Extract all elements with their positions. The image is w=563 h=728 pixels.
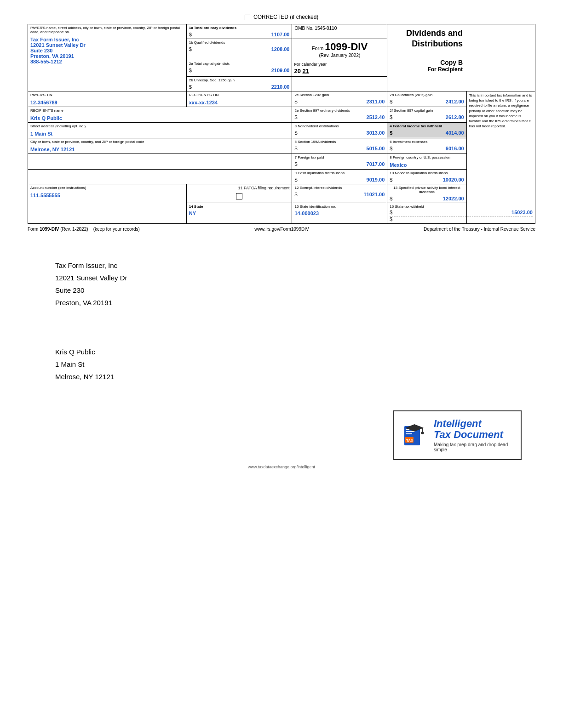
box13-value: 12022.00: [443, 196, 464, 201]
box15-value: 14-000023: [294, 210, 385, 216]
box8-value: Mexico: [390, 162, 464, 168]
payer-mail-line4: Preston, VA 20191: [55, 296, 535, 309]
box14-label: 14 State: [189, 205, 290, 209]
city-value: Melrose, NY 12121: [30, 147, 289, 152]
form-rev: (Rev. January 2022): [294, 53, 385, 58]
website-footer: www.taxdataexchange.org/intelligent: [28, 465, 535, 469]
box2c-value: 2311.00: [367, 99, 385, 104]
box14-value: NY: [189, 210, 290, 216]
footer-rev: (Rev. 1-2022): [60, 227, 88, 232]
recipient-tin: xxx-xx-1234: [189, 100, 290, 105]
street-label: Street address (including apt. no.): [30, 124, 289, 128]
box2c-label: 2c Section 1202 gain: [294, 93, 385, 97]
box4-label: 4 Federal income tax withheld: [390, 124, 464, 128]
footer-website: www.irs.gov/Form1099DIV: [254, 227, 309, 232]
recipient-mail-line3: Melrose, NY 12121: [55, 370, 535, 383]
logo-icon: TAX: [401, 421, 428, 449]
recipient-tin-label: RECIPIENT'S TIN: [189, 93, 290, 97]
fatca-checkbox: [236, 193, 242, 199]
payer-phone: 888-555-1212: [30, 59, 184, 64]
payer-address-mailing: Tax Form Issuer, Inc 12021 Sunset Valley…: [55, 259, 535, 309]
copy-b: Copy B: [391, 59, 463, 66]
box2b-label: 2b Unrecap. Sec. 1250 gain: [189, 78, 290, 82]
box5-value: 5015.00: [367, 146, 385, 151]
recipient-mail-line1: Kris Q Public: [55, 346, 535, 358]
box8-label: 8 Foreign country or U.S. possession: [390, 155, 464, 159]
account-label: Account number (see instructions): [30, 186, 184, 190]
payer-address3: Preston, VA 20191: [30, 53, 184, 59]
recipient-address-mailing: Kris Q Public 1 Main St Melrose, NY 1212…: [55, 346, 535, 383]
form-footer: Form 1099-DIV (Rev. 1-2022) (keep for yo…: [28, 227, 535, 232]
box1b-value: 1208.00: [271, 46, 290, 52]
box2e-value: 2512.40: [367, 114, 385, 120]
footer-keep: (keep for your records): [93, 227, 140, 232]
logo-subtitle: Making tax prep drag and drop dead simpl…: [434, 442, 514, 452]
box9-label: 9 Cash liquidation distributions: [294, 171, 385, 175]
box12-label: 12 Exempt-interest dividends: [294, 186, 385, 190]
box7-label: 7 Foreign tax paid: [294, 155, 385, 159]
box10-value: 10020.00: [443, 177, 464, 182]
box2a-label: 2a Total capital gain distr.: [189, 62, 290, 66]
box11-label: 11 FATCA filing requirement: [189, 186, 290, 191]
box6-value: 6016.00: [446, 146, 464, 151]
box12-value: 11021.00: [363, 192, 385, 197]
box2d-value: 2412.00: [446, 99, 464, 104]
svg-rect-3: [406, 433, 412, 434]
payer-address2: Suite 230: [30, 48, 184, 53]
box4-value: 4014.00: [446, 130, 464, 136]
box3-value: 3013.00: [367, 130, 385, 136]
footer-form-number: 1099-DIV: [40, 227, 59, 232]
box6-label: 6 Investment expenses: [390, 140, 464, 144]
corrected-header: CORRECTED (if checked): [28, 14, 535, 20]
box2d-label: 2d Collectibles (28%) gain: [390, 93, 464, 97]
dividends-title: Dividends and Distributions: [391, 28, 463, 50]
logo-text-block: Intelligent Tax Document Making tax prep…: [434, 418, 514, 452]
box3-label: 3 Nondividend distributions: [294, 124, 385, 128]
box10-label: 10 Noncash liquidation distributions: [390, 171, 464, 175]
footer-form-info: Form 1099-DIV (Rev. 1-2022) (keep for yo…: [28, 227, 140, 232]
box7-value: 7017.00: [367, 161, 385, 167]
street-address: 1 Main St: [30, 131, 289, 136]
box1a-label: 1a Total ordinary dividends: [189, 26, 290, 30]
box16-value: 15023.00: [511, 210, 533, 215]
omb-no: OMB No. 1545-0110: [294, 26, 337, 31]
payer-tin: 12-3456789: [30, 100, 184, 105]
payer-tin-label: PAYER'S TIN: [30, 93, 184, 97]
payer-mail-line2: 12021 Sunset Valley Dr: [55, 272, 535, 284]
svg-text:TAX: TAX: [406, 438, 414, 443]
corrected-label: CORRECTED (if checked): [253, 14, 318, 20]
for-recipient: For Recipient: [391, 66, 463, 73]
calendar-year-label: For calendar year: [294, 62, 385, 67]
logo-title: Intelligent Tax Document: [434, 418, 514, 440]
form-name-label: Form 1099-DIV: [294, 41, 385, 53]
box16-label: 16 State tax withheld: [390, 205, 533, 209]
footer-dept: Department of the Treasury - Internal Re…: [424, 227, 535, 232]
svg-point-8: [421, 432, 424, 434]
form-1099-div: PAYER'S name, street address, city or to…: [28, 24, 535, 224]
logo-box: TAX Intelligent Tax Document Making tax …: [393, 410, 522, 460]
logo-section: TAX Intelligent Tax Document Making tax …: [28, 410, 522, 460]
payer-mail-line1: Tax Form Issuer, Inc: [55, 259, 535, 272]
payer-mail-line3: Suite 230: [55, 284, 535, 296]
recipient-name-label: RECIPIENT'S name: [30, 108, 289, 113]
box2f-label: 2f Section 897 capital gain: [390, 108, 464, 113]
box13-label: 13 Specified private activity bond inter…: [390, 186, 464, 194]
box1b-label: 1b Qualified dividends: [189, 40, 290, 45]
box2b-value: 2210.00: [271, 84, 290, 90]
city-label: City or town, state or province, country…: [30, 140, 289, 144]
box1a-value: 1107.00: [271, 32, 290, 37]
svg-rect-2: [406, 431, 415, 432]
form-number-large: 1099-DIV: [325, 41, 368, 52]
page: CORRECTED (if checked) PAYER'S name, str…: [0, 0, 563, 483]
corrected-checkbox: [245, 15, 250, 20]
account-number: 111-5555555: [30, 193, 184, 198]
box2e-label: 2e Section 897 ordinary dividends: [294, 108, 385, 113]
calendar-year: 20 21: [294, 68, 385, 74]
payer-name: Tax Form Issuer, Inc: [30, 37, 184, 42]
box5-label: 5 Section 199A dividends: [294, 140, 385, 144]
box15-label: 15 State identification no.: [294, 205, 385, 209]
payer-address1: 12021 Sunset Valley Dr: [30, 42, 184, 48]
box9-value: 9019.00: [367, 177, 385, 182]
recipient-mail-line2: 1 Main St: [55, 358, 535, 370]
box2f-value: 2612.80: [446, 114, 464, 120]
